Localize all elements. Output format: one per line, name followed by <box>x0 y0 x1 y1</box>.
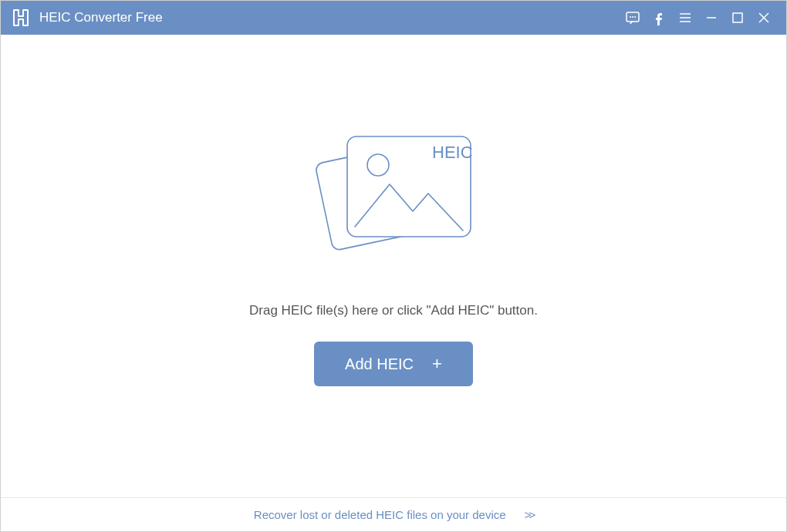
plus-icon: + <box>432 354 442 374</box>
svg-point-1 <box>630 16 631 18</box>
dropzone-instruction: Drag HEIC file(s) here or click "Add HEI… <box>249 303 538 318</box>
svg-point-2 <box>632 16 633 18</box>
dropzone-illustration-icon[interactable]: HEIC <box>309 123 478 280</box>
recover-link[interactable]: Recover lost or deleted HEIC files on yo… <box>254 508 506 521</box>
facebook-button[interactable] <box>646 1 672 35</box>
app-window: HEIC Converter Free <box>0 0 787 532</box>
add-heic-label: Add HEIC <box>345 355 414 373</box>
main-area: HEIC Drag HEIC file(s) here or click "Ad… <box>1 35 786 497</box>
chevron-right-icon[interactable]: >> <box>525 508 534 521</box>
minimize-button[interactable] <box>698 1 725 35</box>
close-button[interactable] <box>751 1 777 35</box>
footer: Recover lost or deleted HEIC files on yo… <box>1 497 786 531</box>
menu-button[interactable] <box>672 1 698 35</box>
feedback-button[interactable] <box>620 1 646 35</box>
maximize-button[interactable] <box>725 1 751 35</box>
heic-badge: HEIC <box>432 143 473 162</box>
app-logo-icon <box>10 7 32 29</box>
svg-point-3 <box>634 16 636 18</box>
add-heic-button[interactable]: Add HEIC + <box>314 342 473 386</box>
titlebar: HEIC Converter Free <box>1 1 786 35</box>
svg-rect-8 <box>733 13 742 22</box>
app-title: HEIC Converter Free <box>39 10 163 25</box>
